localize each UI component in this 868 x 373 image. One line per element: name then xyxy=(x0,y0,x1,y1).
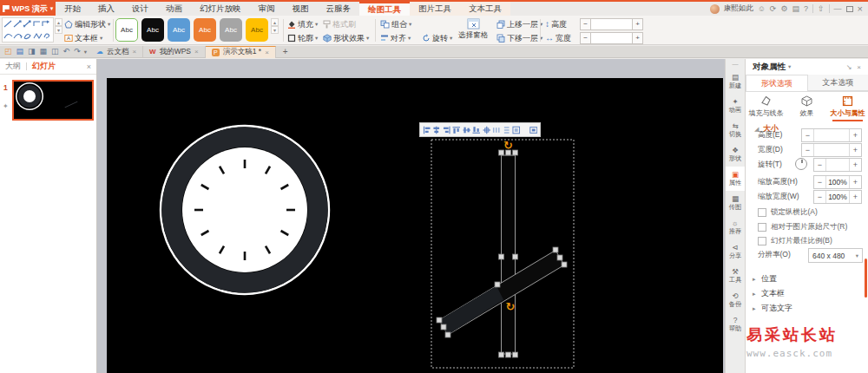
relative-to-slide-icon[interactable] xyxy=(529,126,537,134)
text-box-button[interactable]: A 文本框 ▾ xyxy=(64,32,102,44)
spinner-up-icon[interactable]: ▴ xyxy=(271,18,279,26)
tab-slideshow[interactable]: 幻灯片放映 xyxy=(191,2,250,16)
width-stepper[interactable]: − + xyxy=(580,32,643,44)
width-input[interactable] xyxy=(591,32,632,44)
checkbox[interactable] xyxy=(758,223,766,232)
fill-button[interactable]: 填充 ▾ xyxy=(287,18,318,30)
panel-scrollbar[interactable] xyxy=(865,258,867,298)
tab-shape-options[interactable]: 形状选项 xyxy=(746,75,808,91)
plus-button[interactable]: + xyxy=(849,129,861,141)
rail-item-animation[interactable]: ✦ 动画 xyxy=(726,94,745,118)
shape-style-swatch-5[interactable]: Abc xyxy=(220,18,242,42)
user-name[interactable]: 康熙如此 xyxy=(724,3,753,14)
minus-button[interactable]: − xyxy=(814,159,826,171)
rotation-dial[interactable] xyxy=(795,158,807,170)
tab-design[interactable]: 设计 xyxy=(123,2,157,16)
spinner-down-icon[interactable]: ▾ xyxy=(55,26,62,34)
spinner-down-icon[interactable]: ▾ xyxy=(271,26,279,34)
edit-shape-button[interactable]: 编辑形状 ▾ xyxy=(64,18,110,30)
minus-button[interactable]: − xyxy=(802,144,814,156)
position-section[interactable]: ▸ 位置 xyxy=(753,273,777,285)
tab-animation[interactable]: 动画 xyxy=(157,2,191,16)
spinner-up-icon[interactable]: ▴ xyxy=(55,18,62,26)
rail-item-properties[interactable]: ▣ 属性 xyxy=(726,167,745,191)
rail-item-tools[interactable]: ⚒ 工具 xyxy=(726,264,745,288)
align-top-icon[interactable] xyxy=(452,126,460,134)
shape-effects-button[interactable]: 形状效果 ▾ xyxy=(323,32,369,44)
rail-item-share[interactable]: ⊲ 分享 xyxy=(726,239,745,264)
collapse-ribbon-icon[interactable]: ⇧ xyxy=(818,4,825,14)
subtab-fill-line[interactable]: 填充与线条 xyxy=(746,92,786,121)
rotation-stepper[interactable]: − + xyxy=(813,158,862,172)
tab-review[interactable]: 审阅 xyxy=(250,2,284,16)
outline-button[interactable]: 轮廓 ▾ xyxy=(287,32,318,44)
rotation-value[interactable] xyxy=(826,159,849,171)
close-tab-icon[interactable]: × xyxy=(265,49,269,56)
minus-button[interactable]: − xyxy=(580,32,591,44)
tab-view[interactable]: 视图 xyxy=(284,2,318,16)
align-button[interactable]: 对齐 ▾ xyxy=(380,32,411,44)
undo-icon[interactable]: ↶ xyxy=(63,46,70,57)
tab-drawing-tools[interactable]: 绘图工具 xyxy=(359,2,410,16)
height-stepper[interactable]: − + xyxy=(801,128,862,142)
resolution-select[interactable]: 640 x 480 ▾ xyxy=(808,248,863,263)
align-middle-icon[interactable] xyxy=(463,126,470,134)
print-preview-icon[interactable]: ◫ xyxy=(51,46,59,57)
distribute-vertical-icon[interactable] xyxy=(503,126,510,134)
width-stepper[interactable]: − + xyxy=(801,143,862,157)
close-icon[interactable]: × xyxy=(87,62,91,71)
rail-item-backup[interactable]: ⟲ 备份 xyxy=(726,288,745,312)
checkbox[interactable] xyxy=(758,237,766,245)
shape-style-swatch-3[interactable]: Abc xyxy=(168,18,190,42)
doc-tab-presentation1[interactable]: P 演示文稿1 * × xyxy=(206,46,276,58)
minimize-icon[interactable]: — xyxy=(834,4,842,14)
shape-style-swatch-4[interactable]: Abc xyxy=(194,18,216,42)
minus-button[interactable]: − xyxy=(580,18,591,30)
equal-size-icon[interactable] xyxy=(512,126,520,134)
format-painter-button[interactable]: 格式刷 xyxy=(323,18,356,30)
group-button[interactable]: 组合 ▾ xyxy=(380,18,411,30)
wps-logo[interactable]: WPS 演示 ▾ xyxy=(0,2,56,16)
text-box-section[interactable]: ▸ 文本框 xyxy=(753,288,785,299)
minus-button[interactable]: − xyxy=(814,176,826,188)
redo-icon[interactable]: ↷ xyxy=(74,46,81,57)
shape-style-swatch-6[interactable]: Abc xyxy=(246,18,268,42)
shape-style-swatch-2[interactable]: Abc xyxy=(141,18,164,42)
plus-button[interactable]: + xyxy=(849,144,861,156)
quick-access-dropdown-icon[interactable]: ▾ xyxy=(84,49,87,56)
scale-height-stepper[interactable]: − 100% + xyxy=(813,175,862,189)
scale-height-value[interactable]: 100% xyxy=(826,176,849,188)
distribute-horizontal-icon[interactable] xyxy=(492,126,500,134)
rail-item-new[interactable]: ▤ 新建 xyxy=(726,69,745,94)
align-left-icon[interactable] xyxy=(423,126,431,134)
rotation-handle-hour[interactable]: ↻ xyxy=(506,300,516,313)
chevron-down-icon[interactable]: ▾ xyxy=(788,63,791,70)
gallery-spinner[interactable]: ▴ ▾ xyxy=(55,18,62,34)
subtab-size-properties[interactable]: 大小与属性 xyxy=(827,92,868,121)
doc-tab-clouddocs[interactable]: ☁ 云文档 × xyxy=(90,46,143,58)
height-value[interactable] xyxy=(814,129,849,141)
align-center-icon[interactable] xyxy=(432,126,440,134)
plus-button[interactable]: + xyxy=(849,191,861,203)
height-stepper[interactable]: − + xyxy=(580,18,643,30)
align-bottom-icon[interactable] xyxy=(472,126,480,134)
slide-thumbnail[interactable] xyxy=(12,80,94,121)
rotate-button[interactable]: 旋转 ▾ xyxy=(422,32,452,44)
tab-insert[interactable]: 插入 xyxy=(89,2,123,16)
close-tab-icon[interactable]: × xyxy=(132,48,136,56)
alt-text-section[interactable]: ▸ 可选文字 xyxy=(753,303,792,314)
export-icon[interactable]: ◨ xyxy=(28,46,36,57)
align-right-icon[interactable] xyxy=(443,126,450,134)
help-icon[interactable]: ? xyxy=(804,4,808,14)
lock-aspect-ratio-row[interactable]: 锁定纵横比(A) xyxy=(758,206,862,219)
selection-pane-button[interactable]: 选择窗格 xyxy=(458,18,488,41)
rail-collapse-handle[interactable]: — xyxy=(726,59,745,69)
send-backward-button[interactable]: 下移一层 ▾ xyxy=(496,32,542,44)
restore-icon[interactable] xyxy=(846,6,853,12)
avatar[interactable] xyxy=(710,4,720,14)
minus-button[interactable]: − xyxy=(802,129,814,141)
scale-width-stepper[interactable]: − 100% + xyxy=(813,190,862,204)
plus-button[interactable]: + xyxy=(849,159,861,171)
rotation-handle-minute[interactable]: ↻ xyxy=(503,139,513,152)
panel-expand-icon[interactable]: ↘ xyxy=(846,63,852,71)
